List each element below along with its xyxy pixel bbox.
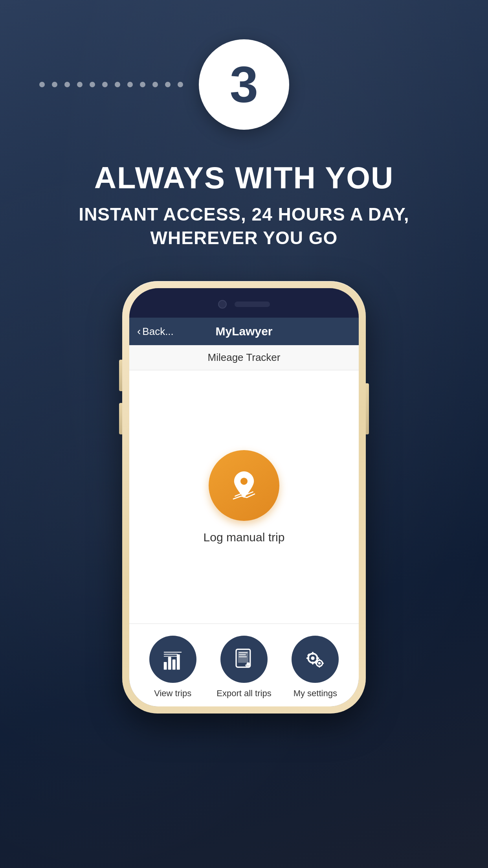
dot-9 xyxy=(140,82,145,87)
svg-rect-24 xyxy=(319,659,320,661)
svg-rect-11 xyxy=(239,654,246,655)
dot-1 xyxy=(39,82,45,87)
svg-rect-6 xyxy=(164,654,178,655)
svg-rect-19 xyxy=(316,657,319,659)
phone-inner-shell: ‹ Back... MyLawyer Mileage Tracker xyxy=(129,288,359,706)
step-indicator: 3 xyxy=(0,39,488,130)
step-number: 3 xyxy=(230,59,258,110)
view-trips-label: View trips xyxy=(154,688,191,699)
bottom-grid: View trips xyxy=(129,624,359,706)
dot-8 xyxy=(127,82,133,87)
view-trips-icon-circle xyxy=(149,636,196,683)
svg-rect-5 xyxy=(164,652,182,653)
nav-back-label: Back... xyxy=(142,326,173,338)
log-trip-label: Log manual trip xyxy=(204,531,285,544)
phone-speaker xyxy=(235,302,270,307)
chevron-left-icon: ‹ xyxy=(137,325,141,338)
dot-7 xyxy=(115,82,120,87)
my-settings-label: My settings xyxy=(294,688,337,699)
dot-10 xyxy=(152,82,158,87)
svg-rect-17 xyxy=(312,662,314,665)
svg-rect-25 xyxy=(319,666,320,668)
phone-screen: ‹ Back... MyLawyer Mileage Tracker xyxy=(129,318,359,706)
step-number-circle: 3 xyxy=(199,39,289,130)
tablet-export-icon xyxy=(231,647,257,672)
nav-title: MyLawyer xyxy=(215,325,272,338)
dot-4 xyxy=(77,82,83,87)
phone-top-bar xyxy=(205,300,283,309)
grid-item-export-trips[interactable]: Export all trips xyxy=(212,636,276,699)
svg-rect-2 xyxy=(168,657,171,670)
svg-rect-27 xyxy=(322,662,324,664)
svg-rect-16 xyxy=(312,652,314,655)
dots-progress xyxy=(39,82,183,87)
svg-rect-26 xyxy=(315,662,317,664)
svg-rect-18 xyxy=(306,657,310,659)
sub-header-text: Mileage Tracker xyxy=(208,351,281,363)
phone-volume-down xyxy=(119,403,122,434)
main-action-area[interactable]: Log manual trip xyxy=(129,370,359,624)
export-trips-label: Export all trips xyxy=(216,688,271,699)
sub-header: Mileage Tracker xyxy=(129,345,359,370)
log-trip-button[interactable] xyxy=(209,450,279,521)
phone-camera xyxy=(218,300,227,309)
dot-12 xyxy=(178,82,183,87)
phone-volume-up xyxy=(119,360,122,391)
grid-item-view-trips[interactable]: View trips xyxy=(141,636,205,699)
phone-power-button xyxy=(366,383,369,434)
phone-outer-shell: ‹ Back... MyLawyer Mileage Tracker xyxy=(122,281,366,714)
export-trips-icon-circle xyxy=(220,636,268,683)
svg-point-13 xyxy=(247,662,250,666)
dot-2 xyxy=(52,82,57,87)
headline-sub: INSTANT ACCESS, 24 HOURS A DAY, WHEREVER… xyxy=(31,203,457,250)
gear-icon xyxy=(303,647,328,672)
svg-rect-1 xyxy=(164,662,167,670)
svg-point-0 xyxy=(240,478,248,485)
map-pin-icon xyxy=(226,468,262,503)
svg-rect-12 xyxy=(239,657,247,657)
grid-item-settings[interactable]: My settings xyxy=(283,636,347,699)
headline-block: ALWAYS WITH YOU INSTANT ACCESS, 24 HOURS… xyxy=(0,161,488,250)
svg-point-23 xyxy=(318,662,321,665)
nav-back-button[interactable]: ‹ Back... xyxy=(137,325,174,338)
settings-icon-circle xyxy=(292,636,339,683)
dot-11 xyxy=(165,82,171,87)
svg-rect-7 xyxy=(164,656,179,657)
nav-bar: ‹ Back... MyLawyer xyxy=(129,318,359,345)
svg-rect-10 xyxy=(239,652,248,653)
list-chart-icon xyxy=(160,647,185,672)
svg-point-15 xyxy=(311,657,314,660)
dot-6 xyxy=(102,82,108,87)
svg-rect-3 xyxy=(172,659,176,669)
phone-mockup: ‹ Back... MyLawyer Mileage Tracker xyxy=(122,281,366,714)
dot-5 xyxy=(90,82,95,87)
dot-3 xyxy=(64,82,70,87)
headline-main: ALWAYS WITH YOU xyxy=(31,161,457,195)
